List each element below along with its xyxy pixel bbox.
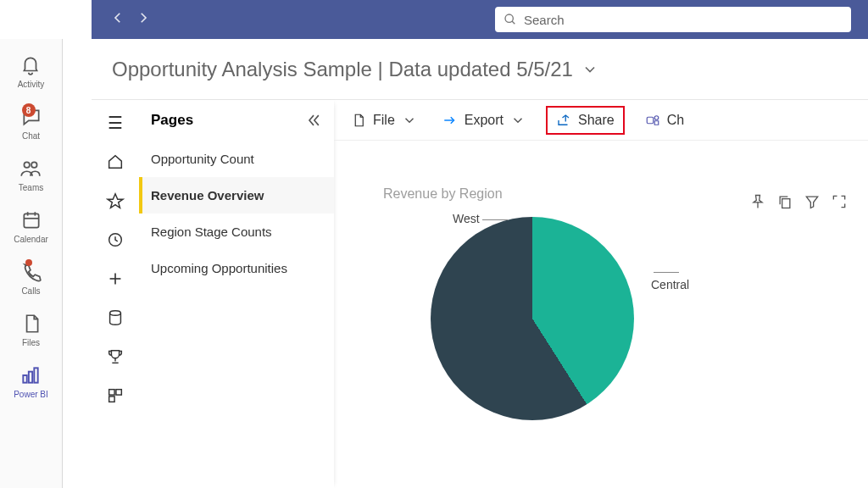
svg-rect-18: [116, 390, 121, 395]
teams-app-rail: Activity 8 Chat Teams Calendar Calls Fil…: [0, 39, 63, 488]
app-header-bar: Search: [92, 0, 868, 39]
chevron-down-icon: [510, 113, 526, 128]
page-item[interactable]: Opportunity Count: [139, 141, 334, 177]
chat-teams-label: Ch: [667, 113, 684, 128]
apprail-calendar[interactable]: Calendar: [14, 209, 48, 244]
page-item[interactable]: Upcoming Opportunities: [139, 250, 334, 286]
powerbi-nav-rail: ☰: [92, 100, 139, 488]
hamburger-icon[interactable]: ☰: [106, 114, 125, 132]
visual-action-bar: [749, 193, 848, 210]
share-button[interactable]: Share: [546, 106, 625, 135]
svg-rect-8: [24, 375, 27, 383]
report-canvas: File Export Share Ch: [334, 100, 868, 488]
search-placeholder: Search: [524, 13, 565, 27]
teams-icon: [645, 113, 660, 128]
pages-list: Opportunity Count Revenue Overview Regio…: [139, 141, 334, 286]
svg-rect-9: [29, 372, 32, 383]
home-icon[interactable]: [106, 152, 125, 171]
svg-rect-10: [35, 368, 38, 382]
pages-panel: Pages Opportunity Count Revenue Overview…: [139, 100, 334, 488]
apprail-files-label: Files: [22, 338, 40, 347]
apprail-activity-label: Activity: [18, 80, 45, 89]
apps-icon[interactable]: [106, 386, 125, 405]
database-icon[interactable]: [106, 308, 125, 327]
chat-teams-button[interactable]: Ch: [640, 109, 689, 131]
svg-rect-22: [647, 117, 654, 124]
svg-point-2: [25, 162, 31, 168]
svg-rect-4: [24, 214, 38, 227]
powerbi-icon: [19, 364, 42, 386]
apprail-calls-label: Calls: [21, 286, 40, 296]
clock-icon[interactable]: [106, 230, 125, 249]
calendar-icon: [20, 209, 42, 231]
share-label: Share: [578, 113, 615, 128]
calls-alert-dot: [25, 259, 32, 266]
pie-label-central: Central: [651, 264, 719, 291]
export-label: Export: [465, 113, 504, 128]
share-icon: [556, 113, 571, 128]
star-icon[interactable]: [106, 191, 125, 210]
focus-icon[interactable]: [831, 193, 848, 210]
apprail-powerbi[interactable]: Power BI: [14, 364, 48, 399]
pin-icon[interactable]: [749, 193, 766, 210]
chat-badge: 8: [22, 103, 36, 117]
copy-icon[interactable]: [776, 193, 793, 210]
report-title: Opportunity Analysis Sample | Data updat…: [112, 58, 573, 81]
nav-forward-icon[interactable]: [136, 10, 151, 29]
apprail-activity[interactable]: Activity: [18, 54, 45, 89]
search-icon: [504, 13, 517, 26]
page-item[interactable]: Region Stage Counts: [139, 214, 334, 250]
report-title-row: Opportunity Analysis Sample | Data updat…: [92, 39, 868, 100]
pages-heading: Pages: [151, 112, 193, 129]
apprail-calls[interactable]: Calls: [20, 261, 42, 296]
svg-rect-17: [109, 390, 114, 395]
apprail-teams-label: Teams: [19, 183, 43, 192]
apprail-chat[interactable]: 8 Chat: [20, 106, 42, 141]
report-toolbar: File Export Share Ch: [334, 100, 868, 141]
nav-back-icon[interactable]: [110, 10, 125, 29]
chevron-down-icon[interactable]: [581, 61, 598, 78]
svg-point-3: [32, 162, 38, 168]
apprail-powerbi-label: Power BI: [14, 390, 48, 399]
export-menu-button[interactable]: Export: [437, 109, 531, 131]
svg-rect-19: [109, 396, 114, 402]
pie-graphic: [431, 217, 634, 420]
export-icon: [442, 113, 458, 128]
svg-line-1: [512, 21, 515, 24]
document-icon: [351, 113, 366, 128]
file-label: File: [373, 113, 395, 128]
file-icon: [20, 313, 42, 335]
search-input[interactable]: Search: [495, 7, 851, 32]
apprail-calendar-label: Calendar: [14, 235, 48, 244]
pie-label-west: West: [453, 212, 510, 225]
svg-marker-11: [108, 194, 123, 208]
people-icon: [19, 158, 42, 180]
bell-icon: [19, 54, 42, 76]
apprail-teams[interactable]: Teams: [19, 158, 43, 192]
revenue-pie-chart[interactable]: West Central: [431, 217, 719, 420]
apprail-chat-label: Chat: [22, 131, 40, 141]
apprail-files[interactable]: Files: [20, 313, 42, 347]
chevron-down-icon: [402, 113, 417, 128]
svg-point-15: [110, 311, 121, 316]
svg-point-23: [654, 115, 659, 119]
page-item[interactable]: Revenue Overview: [139, 177, 334, 214]
collapse-pages-icon[interactable]: [305, 112, 322, 129]
file-menu-button[interactable]: File: [346, 109, 422, 131]
plus-icon[interactable]: [106, 269, 125, 288]
filter-icon[interactable]: [804, 193, 821, 210]
svg-rect-25: [782, 199, 790, 208]
trophy-icon[interactable]: [106, 347, 125, 366]
svg-point-0: [505, 14, 513, 22]
